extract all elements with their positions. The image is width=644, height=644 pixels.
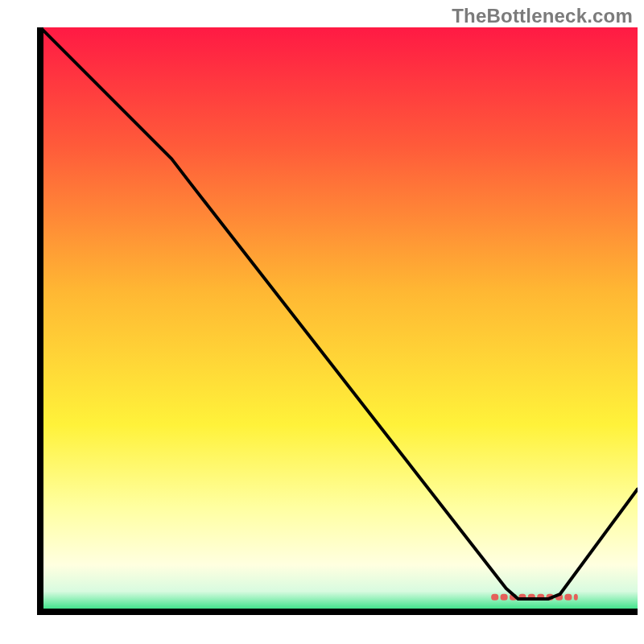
svg-rect-9 [564, 594, 572, 601]
plot-area [40, 27, 638, 612]
chart-frame: TheBottleneck.com [0, 0, 644, 644]
svg-rect-10 [574, 594, 578, 601]
svg-rect-2 [501, 594, 508, 601]
watermark-text: TheBottleneck.com [452, 5, 633, 27]
bottleneck-chart [0, 0, 644, 644]
svg-rect-1 [491, 594, 498, 601]
